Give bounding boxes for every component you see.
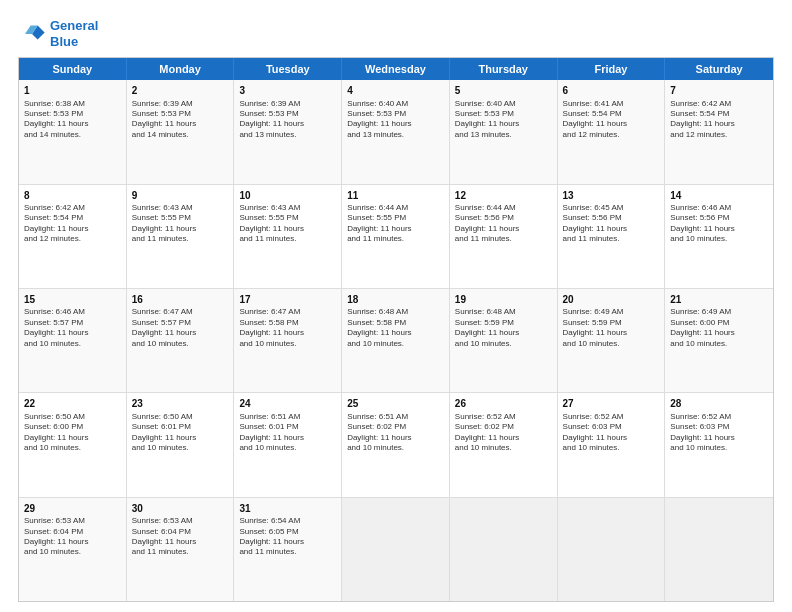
cell-line: Sunrise: 6:53 AM: [24, 516, 121, 526]
cell-line: Daylight: 11 hours: [132, 119, 229, 129]
cell-line: Sunset: 5:53 PM: [132, 109, 229, 119]
day-cell-16: 16Sunrise: 6:47 AMSunset: 5:57 PMDayligh…: [127, 289, 235, 392]
day-number: 15: [24, 293, 121, 307]
cell-line: Sunset: 6:03 PM: [563, 422, 660, 432]
cell-line: and 12 minutes.: [24, 234, 121, 244]
cell-line: Daylight: 11 hours: [24, 119, 121, 129]
day-number: 11: [347, 189, 444, 203]
cell-line: and 10 minutes.: [24, 443, 121, 453]
cell-line: Daylight: 11 hours: [563, 119, 660, 129]
cell-line: Sunset: 6:04 PM: [132, 527, 229, 537]
cell-line: Sunrise: 6:49 AM: [563, 307, 660, 317]
cell-line: Daylight: 11 hours: [563, 433, 660, 443]
cell-line: Sunset: 5:55 PM: [347, 213, 444, 223]
empty-cell: [450, 498, 558, 601]
empty-cell: [665, 498, 773, 601]
day-number: 9: [132, 189, 229, 203]
day-number: 4: [347, 84, 444, 98]
cell-line: Sunset: 5:54 PM: [24, 213, 121, 223]
header-day-friday: Friday: [558, 58, 666, 80]
cell-line: Sunset: 5:56 PM: [670, 213, 768, 223]
day-number: 17: [239, 293, 336, 307]
cell-line: Sunset: 5:56 PM: [455, 213, 552, 223]
day-number: 31: [239, 502, 336, 516]
cell-line: and 10 minutes.: [239, 339, 336, 349]
cell-line: Sunset: 5:53 PM: [24, 109, 121, 119]
cell-line: Sunrise: 6:40 AM: [347, 99, 444, 109]
cell-line: Daylight: 11 hours: [24, 537, 121, 547]
cell-line: Sunrise: 6:54 AM: [239, 516, 336, 526]
day-cell-18: 18Sunrise: 6:48 AMSunset: 5:58 PMDayligh…: [342, 289, 450, 392]
day-number: 16: [132, 293, 229, 307]
day-number: 8: [24, 189, 121, 203]
day-number: 3: [239, 84, 336, 98]
day-number: 13: [563, 189, 660, 203]
page: General Blue SundayMondayTuesdayWednesda…: [0, 0, 792, 612]
day-number: 10: [239, 189, 336, 203]
day-number: 2: [132, 84, 229, 98]
cell-line: Sunset: 5:59 PM: [563, 318, 660, 328]
header-day-thursday: Thursday: [450, 58, 558, 80]
cell-line: and 11 minutes.: [239, 234, 336, 244]
day-cell-24: 24Sunrise: 6:51 AMSunset: 6:01 PMDayligh…: [234, 393, 342, 496]
cell-line: Sunset: 5:55 PM: [132, 213, 229, 223]
cell-line: Sunset: 6:01 PM: [239, 422, 336, 432]
cell-line: Daylight: 11 hours: [563, 328, 660, 338]
cell-line: Sunrise: 6:46 AM: [670, 203, 768, 213]
day-number: 19: [455, 293, 552, 307]
day-number: 28: [670, 397, 768, 411]
cell-line: Sunset: 6:00 PM: [670, 318, 768, 328]
calendar-row-3: 15Sunrise: 6:46 AMSunset: 5:57 PMDayligh…: [19, 289, 773, 393]
day-cell-22: 22Sunrise: 6:50 AMSunset: 6:00 PMDayligh…: [19, 393, 127, 496]
calendar-row-2: 8Sunrise: 6:42 AMSunset: 5:54 PMDaylight…: [19, 185, 773, 289]
cell-line: Sunrise: 6:38 AM: [24, 99, 121, 109]
cell-line: and 13 minutes.: [239, 130, 336, 140]
cell-line: and 12 minutes.: [670, 130, 768, 140]
cell-line: and 10 minutes.: [670, 339, 768, 349]
cell-line: Sunrise: 6:42 AM: [24, 203, 121, 213]
cell-line: Sunset: 6:00 PM: [24, 422, 121, 432]
cell-line: Daylight: 11 hours: [347, 328, 444, 338]
day-cell-7: 7Sunrise: 6:42 AMSunset: 5:54 PMDaylight…: [665, 80, 773, 183]
day-cell-4: 4Sunrise: 6:40 AMSunset: 5:53 PMDaylight…: [342, 80, 450, 183]
cell-line: and 14 minutes.: [24, 130, 121, 140]
cell-line: Daylight: 11 hours: [670, 328, 768, 338]
cell-line: and 10 minutes.: [347, 443, 444, 453]
header-day-tuesday: Tuesday: [234, 58, 342, 80]
cell-line: Sunset: 5:56 PM: [563, 213, 660, 223]
day-cell-3: 3Sunrise: 6:39 AMSunset: 5:53 PMDaylight…: [234, 80, 342, 183]
cell-line: and 10 minutes.: [347, 339, 444, 349]
day-cell-14: 14Sunrise: 6:46 AMSunset: 5:56 PMDayligh…: [665, 185, 773, 288]
day-cell-6: 6Sunrise: 6:41 AMSunset: 5:54 PMDaylight…: [558, 80, 666, 183]
cell-line: Sunrise: 6:50 AM: [132, 412, 229, 422]
cell-line: Sunrise: 6:47 AM: [132, 307, 229, 317]
empty-cell: [342, 498, 450, 601]
calendar-header: SundayMondayTuesdayWednesdayThursdayFrid…: [19, 58, 773, 80]
cell-line: Sunset: 6:01 PM: [132, 422, 229, 432]
cell-line: Daylight: 11 hours: [455, 119, 552, 129]
cell-line: Daylight: 11 hours: [347, 119, 444, 129]
header-day-sunday: Sunday: [19, 58, 127, 80]
day-cell-8: 8Sunrise: 6:42 AMSunset: 5:54 PMDaylight…: [19, 185, 127, 288]
cell-line: and 10 minutes.: [24, 339, 121, 349]
day-number: 1: [24, 84, 121, 98]
logo-general: General: [50, 18, 98, 33]
cell-line: Sunset: 5:54 PM: [670, 109, 768, 119]
cell-line: Sunset: 5:58 PM: [239, 318, 336, 328]
cell-line: Daylight: 11 hours: [455, 224, 552, 234]
cell-line: Sunset: 6:04 PM: [24, 527, 121, 537]
cell-line: Sunset: 6:02 PM: [347, 422, 444, 432]
cell-line: Sunrise: 6:49 AM: [670, 307, 768, 317]
cell-line: Sunrise: 6:44 AM: [347, 203, 444, 213]
cell-line: and 10 minutes.: [132, 443, 229, 453]
day-cell-10: 10Sunrise: 6:43 AMSunset: 5:55 PMDayligh…: [234, 185, 342, 288]
cell-line: Sunset: 5:57 PM: [24, 318, 121, 328]
day-cell-1: 1Sunrise: 6:38 AMSunset: 5:53 PMDaylight…: [19, 80, 127, 183]
cell-line: Daylight: 11 hours: [132, 224, 229, 234]
day-cell-19: 19Sunrise: 6:48 AMSunset: 5:59 PMDayligh…: [450, 289, 558, 392]
cell-line: Sunset: 5:59 PM: [455, 318, 552, 328]
cell-line: Daylight: 11 hours: [347, 433, 444, 443]
cell-line: Daylight: 11 hours: [670, 433, 768, 443]
day-number: 27: [563, 397, 660, 411]
cell-line: and 12 minutes.: [563, 130, 660, 140]
